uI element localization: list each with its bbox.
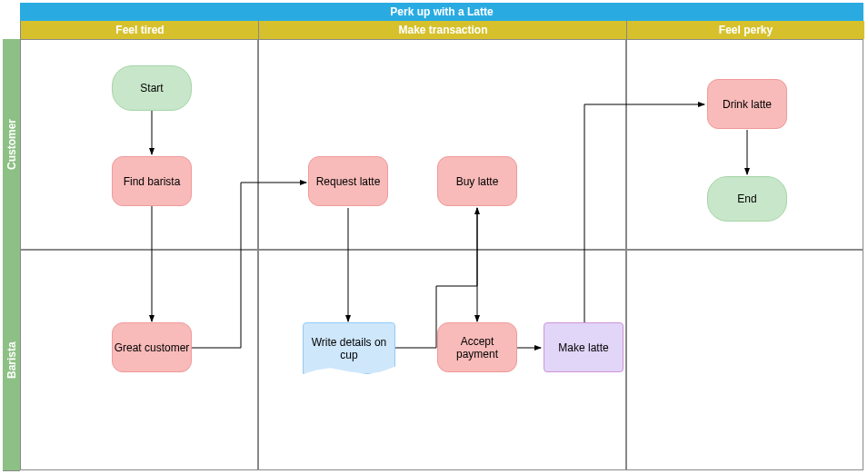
node-accept-payment: Accept payment <box>437 322 517 372</box>
diagram-title: Perk up with a Latte <box>20 3 863 21</box>
cell-barista-feel-perky <box>626 250 863 470</box>
row-header-barista: Barista <box>3 250 20 471</box>
node-buy-latte: Buy latte <box>437 156 517 206</box>
node-end: End <box>707 176 787 222</box>
col-header-feel-tired: Feel tired <box>20 21 259 39</box>
cell-customer-make-transaction <box>258 39 626 250</box>
node-request-latte: Request latte <box>308 156 388 206</box>
node-start: Start <box>112 65 192 111</box>
node-write-details: Write details on cup <box>303 322 395 374</box>
col-header-feel-perky: Feel perky <box>626 21 864 39</box>
swimlane-diagram: Perk up with a Latte Feel tired Make tra… <box>0 0 868 474</box>
node-find-barista: Find barista <box>112 156 192 206</box>
node-great-customer: Great customer <box>112 322 192 372</box>
node-drink-latte: Drink latte <box>707 79 787 129</box>
node-make-latte: Make latte <box>544 322 624 372</box>
col-header-make-transaction: Make transaction <box>258 21 627 39</box>
row-header-customer: Customer <box>3 39 20 251</box>
